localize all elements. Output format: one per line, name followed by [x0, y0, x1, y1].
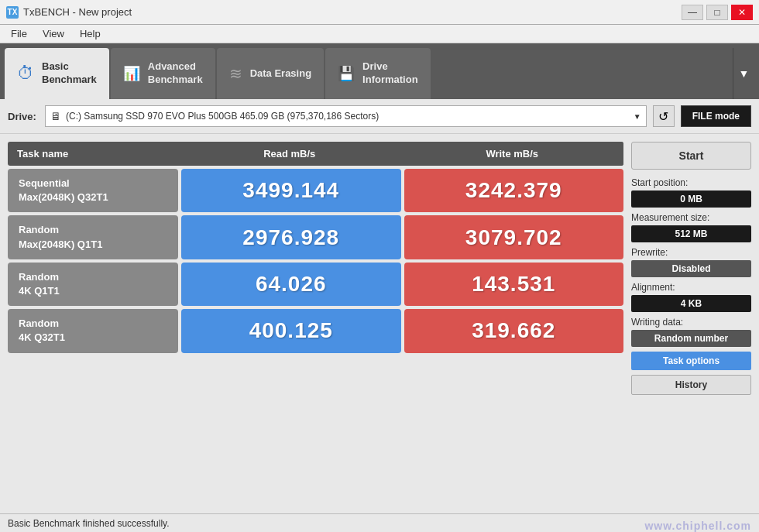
tab-basic-benchmark-label: BasicBenchmark: [42, 60, 97, 87]
status-bar: Basic Benchmark finished successfully. w…: [0, 513, 759, 532]
tab-drive-information-label: DriveInformation: [362, 60, 418, 87]
benchmark-area: Task name Read mB/s Write mB/s Sequentia…: [0, 134, 759, 513]
chevron-down-icon: ▼: [739, 67, 750, 80]
start-button[interactable]: Start: [631, 142, 751, 170]
row-0-write: 3242.379: [404, 169, 624, 212]
tab-drive-information[interactable]: 💾 DriveInformation: [325, 48, 431, 99]
history-button[interactable]: History: [631, 375, 751, 395]
drive-icon: 🖥: [50, 110, 61, 122]
measurement-size-value: 512 MB: [631, 225, 751, 242]
tab-basic-benchmark[interactable]: ⏱ BasicBenchmark: [5, 48, 109, 99]
drive-dropdown-arrow: ▼: [634, 112, 641, 121]
row-3-read: 400.125: [181, 309, 401, 352]
task-options-button[interactable]: Task options: [631, 352, 751, 370]
prewrite-value: Disabled: [631, 260, 751, 277]
header-write: Write mB/s: [401, 142, 624, 166]
tab-advanced-benchmark[interactable]: 📊 AdvancedBenchmark: [111, 48, 215, 99]
table-row: Random4K Q1T1 64.026 143.531: [8, 263, 623, 306]
app-icon: TX: [6, 6, 19, 19]
menu-bar: File View Help: [0, 25, 759, 43]
basic-benchmark-icon: ⏱: [17, 63, 34, 84]
row-2-name: Random4K Q1T1: [8, 263, 178, 306]
maximize-button[interactable]: □: [706, 5, 728, 20]
drive-row: Drive: 🖥 (C:) Samsung SSD 970 EVO Plus 5…: [0, 99, 759, 134]
row-1-write: 3079.702: [404, 215, 624, 259]
table-row: Random4K Q32T1 400.125 319.662: [8, 309, 623, 352]
writing-data-value: Random number: [631, 330, 751, 347]
minimize-button[interactable]: —: [682, 5, 703, 20]
tab-data-erasing-label: Data Erasing: [250, 67, 311, 81]
tab-advanced-benchmark-label: AdvancedBenchmark: [148, 60, 203, 87]
drive-selector[interactable]: 🖥 (C:) Samsung SSD 970 EVO Plus 500GB 46…: [45, 105, 647, 127]
row-0-name: SequentialMax(2048K) Q32T1: [8, 169, 178, 212]
right-panel: Start Start position: 0 MB Measurement s…: [631, 142, 751, 506]
menu-help[interactable]: Help: [72, 26, 108, 41]
row-3-name: Random4K Q32T1: [8, 309, 178, 352]
row-3-write: 319.662: [404, 309, 624, 352]
refresh-icon: ↺: [658, 109, 668, 124]
row-2-read: 64.026: [181, 263, 401, 306]
file-mode-button[interactable]: FILE mode: [681, 105, 751, 127]
drive-value: (C:) Samsung SSD 970 EVO Plus 500GB 465.…: [66, 111, 379, 122]
start-position-label: Start position:: [631, 177, 751, 188]
table-row: RandomMax(2048K) Q1T1 2976.928 3079.702: [8, 215, 623, 259]
measurement-size-label: Measurement size:: [631, 212, 751, 223]
header-task-name: Task name: [8, 142, 178, 166]
advanced-benchmark-icon: 📊: [123, 65, 140, 82]
header-read: Read mB/s: [178, 142, 401, 166]
writing-data-label: Writing data:: [631, 317, 751, 328]
menu-view[interactable]: View: [35, 26, 72, 41]
drive-information-icon: 💾: [338, 65, 355, 82]
row-0-read: 3499.144: [181, 169, 401, 212]
watermark: www.chiphell.com: [644, 520, 751, 532]
main-content: Drive: 🖥 (C:) Samsung SSD 970 EVO Plus 5…: [0, 99, 759, 513]
tab-bar: ⏱ BasicBenchmark 📊 AdvancedBenchmark ≋ D…: [0, 43, 759, 99]
alignment-value: 4 KB: [631, 295, 751, 312]
prewrite-label: Prewrite:: [631, 247, 751, 258]
drive-refresh-button[interactable]: ↺: [653, 105, 675, 127]
window-controls: — □ ✕: [682, 5, 753, 20]
row-1-read: 2976.928: [181, 215, 401, 259]
drive-label: Drive:: [8, 111, 39, 122]
title-bar: TX TxBENCH - New project — □ ✕: [0, 0, 759, 25]
window-title: TxBENCH - New project: [23, 6, 682, 18]
row-2-write: 143.531: [404, 263, 624, 306]
table-row: SequentialMax(2048K) Q32T1 3499.144 3242…: [8, 169, 623, 212]
menu-file[interactable]: File: [3, 26, 35, 41]
benchmark-table: Task name Read mB/s Write mB/s Sequentia…: [8, 142, 623, 506]
status-text: Basic Benchmark finished successfully.: [8, 518, 170, 529]
table-header: Task name Read mB/s Write mB/s: [8, 142, 623, 166]
start-position-value: 0 MB: [631, 190, 751, 208]
row-1-name: RandomMax(2048K) Q1T1: [8, 215, 178, 259]
tab-data-erasing[interactable]: ≋ Data Erasing: [217, 48, 324, 99]
tab-dropdown-button[interactable]: ▼: [733, 48, 754, 99]
alignment-label: Alignment:: [631, 282, 751, 293]
close-button[interactable]: ✕: [731, 5, 753, 20]
data-erasing-icon: ≋: [229, 64, 242, 83]
